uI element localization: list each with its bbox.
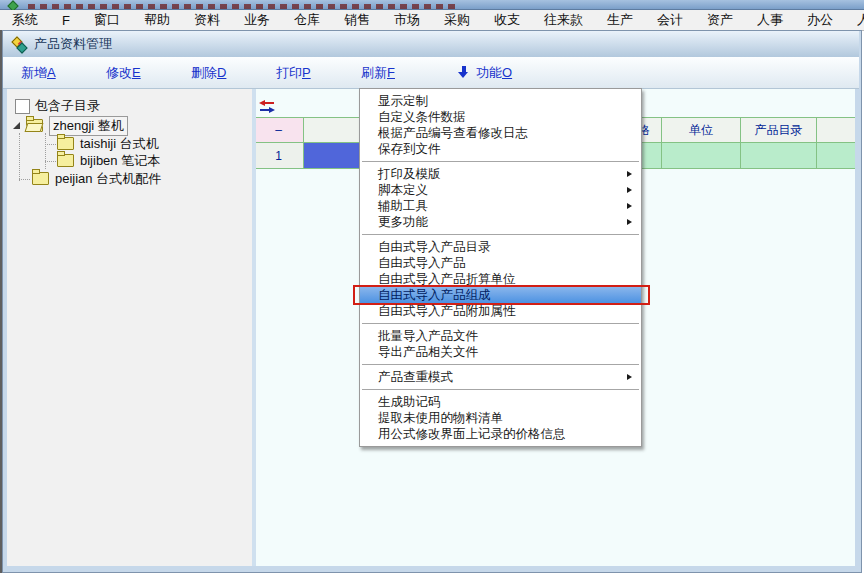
down-arrow-icon bbox=[458, 66, 469, 79]
tree-node-label: peijian 台式机配件 bbox=[55, 170, 161, 188]
menu-item-free-import-products[interactable]: 自由式导入产品 bbox=[360, 255, 641, 271]
tree-connector-line bbox=[45, 144, 56, 145]
menu-item-view-change-log[interactable]: 根据产品编号查看修改日志 bbox=[360, 125, 641, 141]
menu-separator bbox=[362, 161, 639, 162]
folder-icon bbox=[57, 154, 74, 167]
category-sidebar: 包含子目录 zhengji 整机 taishiji 台式机 bijiben 笔记… bbox=[7, 89, 252, 566]
menu-separator bbox=[362, 234, 639, 235]
tree-connector-line bbox=[19, 179, 30, 180]
include-subfolders-checkbox[interactable] bbox=[15, 99, 30, 114]
menu-assets[interactable]: 资产 bbox=[695, 11, 745, 29]
delete-button[interactable]: 删除D bbox=[191, 64, 258, 82]
tree-node-label: bijiben 笔记本 bbox=[80, 152, 160, 170]
tree-connector-line bbox=[45, 161, 56, 162]
tree-node-taishiji[interactable]: taishiji 台式机 bbox=[57, 135, 159, 152]
panel-title: 产品资料管理 bbox=[34, 35, 112, 53]
menu-item-duplicate-check-mode[interactable]: 产品查重模式 bbox=[360, 369, 641, 385]
submenu-arrow-icon bbox=[627, 374, 632, 380]
menu-item-free-import-extra-attrs[interactable]: 自由式导入产品附加属性 bbox=[360, 303, 641, 319]
menu-office[interactable]: 办公 bbox=[795, 11, 845, 29]
print-button[interactable]: 打印P bbox=[276, 64, 343, 82]
swap-columns-icon[interactable] bbox=[259, 100, 275, 113]
edit-button[interactable]: 修改E bbox=[106, 64, 173, 82]
menu-purchase[interactable]: 采购 bbox=[432, 11, 482, 29]
folder-icon bbox=[57, 137, 74, 150]
column-header-nature[interactable]: 性质 bbox=[817, 118, 855, 143]
panel-caption: 产品资料管理 bbox=[3, 31, 859, 57]
menu-separator bbox=[362, 389, 639, 390]
menu-item-free-import-conversion-units[interactable]: 自由式导入产品折算单位 bbox=[360, 271, 641, 287]
window-titlebar bbox=[0, 0, 864, 10]
tree-node-peijian[interactable]: peijian 台式机配件 bbox=[32, 170, 161, 187]
submenu-arrow-icon bbox=[627, 187, 632, 193]
main-menubar: 系统 F 窗口 帮助 资料 业务 仓库 销售 市场 采购 收支 往来款 生产 会… bbox=[0, 10, 864, 31]
submenu-arrow-icon bbox=[627, 171, 632, 177]
menu-help[interactable]: 帮助 bbox=[132, 11, 182, 29]
column-header-catalog[interactable]: 产品目录 bbox=[741, 118, 817, 143]
product-data-icon bbox=[12, 37, 28, 52]
functions-menu: 显示定制 自定义条件数据 根据产品编号查看修改日志 保存到文件 打印及模版 脚本… bbox=[359, 88, 642, 447]
menu-item-generate-mnemonic-code[interactable]: 生成助记码 bbox=[360, 394, 641, 410]
menu-item-formula-modify-prices[interactable]: 用公式修改界面上记录的价格信息 bbox=[360, 426, 641, 442]
action-toolbar: 新增A 修改E 删除D 打印P 刷新F 功能O bbox=[3, 57, 859, 89]
submenu-arrow-icon bbox=[627, 203, 632, 209]
clipped-title-text bbox=[28, 4, 458, 9]
menu-item-free-import-catalog[interactable]: 自由式导入产品目录 bbox=[360, 239, 641, 255]
table-cell[interactable] bbox=[741, 143, 817, 169]
add-button[interactable]: 新增A bbox=[21, 64, 88, 82]
table-cell[interactable] bbox=[817, 143, 855, 169]
menu-item-extract-unused-materials[interactable]: 提取未使用的物料清单 bbox=[360, 410, 641, 426]
menu-item-script-define[interactable]: 脚本定义 bbox=[360, 182, 641, 198]
menu-item-more-functions[interactable]: 更多功能 bbox=[360, 214, 641, 230]
menu-hr[interactable]: 人资 bbox=[845, 11, 864, 29]
folder-icon bbox=[32, 172, 49, 185]
menu-sales[interactable]: 销售 bbox=[332, 11, 382, 29]
expand-collapse-icon[interactable] bbox=[13, 122, 20, 129]
menu-production[interactable]: 生产 bbox=[595, 11, 645, 29]
refresh-button[interactable]: 刷新F bbox=[361, 64, 428, 82]
menu-item-save-to-file[interactable]: 保存到文件 bbox=[360, 141, 641, 157]
tree-connector-line bbox=[19, 133, 20, 181]
tree-node-bijiben[interactable]: bijiben 笔记本 bbox=[57, 152, 160, 169]
tree-node-label: taishiji 台式机 bbox=[80, 135, 159, 153]
include-subfolders-row: 包含子目录 bbox=[15, 97, 100, 115]
tree-node-label: zhengji 整机 bbox=[49, 116, 128, 136]
menu-item-print-templates[interactable]: 打印及模版 bbox=[360, 166, 641, 182]
menu-accounts[interactable]: 往来款 bbox=[532, 11, 595, 29]
menu-item-aux-tools[interactable]: 辅助工具 bbox=[360, 198, 641, 214]
tree-connector-line bbox=[45, 133, 46, 169]
menu-warehouse[interactable]: 仓库 bbox=[282, 11, 332, 29]
menu-separator bbox=[362, 323, 639, 324]
menu-item-free-import-composition[interactable]: 自由式导入产品组成 bbox=[360, 287, 641, 303]
menu-f[interactable]: F bbox=[50, 13, 82, 28]
menu-hr-affairs[interactable]: 人事 bbox=[745, 11, 795, 29]
row-number-cell[interactable]: 1 bbox=[256, 143, 304, 169]
menu-item-display-customize[interactable]: 显示定制 bbox=[360, 93, 641, 109]
menu-market[interactable]: 市场 bbox=[382, 11, 432, 29]
menu-separator bbox=[362, 364, 639, 365]
menu-window[interactable]: 窗口 bbox=[82, 11, 132, 29]
functions-button[interactable]: 功能O bbox=[458, 64, 512, 82]
menu-accounting[interactable]: 会计 bbox=[645, 11, 695, 29]
submenu-arrow-icon bbox=[627, 219, 632, 225]
open-folder-icon bbox=[26, 119, 43, 132]
table-cell[interactable] bbox=[662, 143, 741, 169]
include-subfolders-label: 包含子目录 bbox=[35, 97, 100, 115]
column-header-unit[interactable]: 单位 bbox=[662, 118, 741, 143]
menu-data[interactable]: 资料 bbox=[182, 11, 232, 29]
menu-system[interactable]: 系统 bbox=[0, 11, 50, 29]
menu-item-export-related-files[interactable]: 导出产品相关文件 bbox=[360, 344, 641, 360]
tree-node-zhengji[interactable]: zhengji 整机 bbox=[13, 117, 128, 134]
menu-income-expense[interactable]: 收支 bbox=[482, 11, 532, 29]
menu-item-custom-condition-data[interactable]: 自定义条件数据 bbox=[360, 109, 641, 125]
menu-item-batch-import-files[interactable]: 批量导入产品文件 bbox=[360, 328, 641, 344]
menu-business[interactable]: 业务 bbox=[232, 11, 282, 29]
table-corner-cell[interactable]: – bbox=[256, 118, 304, 143]
